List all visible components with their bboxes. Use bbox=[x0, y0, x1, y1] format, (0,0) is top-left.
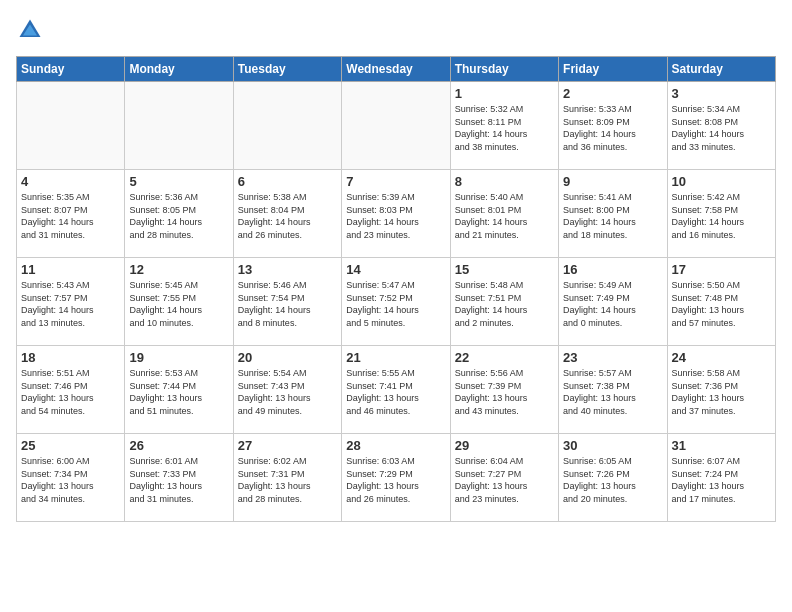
day-number: 15 bbox=[455, 262, 554, 277]
day-number: 31 bbox=[672, 438, 771, 453]
calendar-cell bbox=[233, 82, 341, 170]
week-row-4: 18Sunrise: 5:51 AM Sunset: 7:46 PM Dayli… bbox=[17, 346, 776, 434]
day-info: Sunrise: 5:35 AM Sunset: 8:07 PM Dayligh… bbox=[21, 191, 120, 241]
header-monday: Monday bbox=[125, 57, 233, 82]
day-info: Sunrise: 5:55 AM Sunset: 7:41 PM Dayligh… bbox=[346, 367, 445, 417]
week-row-3: 11Sunrise: 5:43 AM Sunset: 7:57 PM Dayli… bbox=[17, 258, 776, 346]
day-number: 30 bbox=[563, 438, 662, 453]
calendar-cell: 31Sunrise: 6:07 AM Sunset: 7:24 PM Dayli… bbox=[667, 434, 775, 522]
calendar-cell: 30Sunrise: 6:05 AM Sunset: 7:26 PM Dayli… bbox=[559, 434, 667, 522]
calendar-cell: 5Sunrise: 5:36 AM Sunset: 8:05 PM Daylig… bbox=[125, 170, 233, 258]
day-info: Sunrise: 5:53 AM Sunset: 7:44 PM Dayligh… bbox=[129, 367, 228, 417]
day-info: Sunrise: 6:07 AM Sunset: 7:24 PM Dayligh… bbox=[672, 455, 771, 505]
calendar-cell: 7Sunrise: 5:39 AM Sunset: 8:03 PM Daylig… bbox=[342, 170, 450, 258]
day-number: 17 bbox=[672, 262, 771, 277]
day-info: Sunrise: 5:50 AM Sunset: 7:48 PM Dayligh… bbox=[672, 279, 771, 329]
day-number: 16 bbox=[563, 262, 662, 277]
day-number: 28 bbox=[346, 438, 445, 453]
day-info: Sunrise: 5:38 AM Sunset: 8:04 PM Dayligh… bbox=[238, 191, 337, 241]
header-friday: Friday bbox=[559, 57, 667, 82]
day-number: 23 bbox=[563, 350, 662, 365]
calendar-cell: 16Sunrise: 5:49 AM Sunset: 7:49 PM Dayli… bbox=[559, 258, 667, 346]
calendar-cell: 19Sunrise: 5:53 AM Sunset: 7:44 PM Dayli… bbox=[125, 346, 233, 434]
day-info: Sunrise: 5:46 AM Sunset: 7:54 PM Dayligh… bbox=[238, 279, 337, 329]
day-number: 22 bbox=[455, 350, 554, 365]
calendar-cell: 20Sunrise: 5:54 AM Sunset: 7:43 PM Dayli… bbox=[233, 346, 341, 434]
calendar-cell: 6Sunrise: 5:38 AM Sunset: 8:04 PM Daylig… bbox=[233, 170, 341, 258]
day-number: 1 bbox=[455, 86, 554, 101]
calendar-cell bbox=[17, 82, 125, 170]
calendar-cell: 22Sunrise: 5:56 AM Sunset: 7:39 PM Dayli… bbox=[450, 346, 558, 434]
day-number: 7 bbox=[346, 174, 445, 189]
day-number: 14 bbox=[346, 262, 445, 277]
calendar-cell: 8Sunrise: 5:40 AM Sunset: 8:01 PM Daylig… bbox=[450, 170, 558, 258]
day-info: Sunrise: 5:56 AM Sunset: 7:39 PM Dayligh… bbox=[455, 367, 554, 417]
calendar-cell: 27Sunrise: 6:02 AM Sunset: 7:31 PM Dayli… bbox=[233, 434, 341, 522]
day-number: 8 bbox=[455, 174, 554, 189]
day-number: 29 bbox=[455, 438, 554, 453]
day-info: Sunrise: 6:01 AM Sunset: 7:33 PM Dayligh… bbox=[129, 455, 228, 505]
day-number: 2 bbox=[563, 86, 662, 101]
day-info: Sunrise: 5:47 AM Sunset: 7:52 PM Dayligh… bbox=[346, 279, 445, 329]
calendar-cell: 15Sunrise: 5:48 AM Sunset: 7:51 PM Dayli… bbox=[450, 258, 558, 346]
logo-icon bbox=[16, 16, 44, 44]
day-number: 18 bbox=[21, 350, 120, 365]
header-thursday: Thursday bbox=[450, 57, 558, 82]
header-sunday: Sunday bbox=[17, 57, 125, 82]
calendar-cell bbox=[342, 82, 450, 170]
week-row-1: 1Sunrise: 5:32 AM Sunset: 8:11 PM Daylig… bbox=[17, 82, 776, 170]
day-info: Sunrise: 5:39 AM Sunset: 8:03 PM Dayligh… bbox=[346, 191, 445, 241]
day-number: 6 bbox=[238, 174, 337, 189]
calendar-cell: 14Sunrise: 5:47 AM Sunset: 7:52 PM Dayli… bbox=[342, 258, 450, 346]
day-info: Sunrise: 5:57 AM Sunset: 7:38 PM Dayligh… bbox=[563, 367, 662, 417]
week-row-2: 4Sunrise: 5:35 AM Sunset: 8:07 PM Daylig… bbox=[17, 170, 776, 258]
day-number: 13 bbox=[238, 262, 337, 277]
day-number: 9 bbox=[563, 174, 662, 189]
calendar-cell: 17Sunrise: 5:50 AM Sunset: 7:48 PM Dayli… bbox=[667, 258, 775, 346]
day-number: 3 bbox=[672, 86, 771, 101]
calendar-cell: 23Sunrise: 5:57 AM Sunset: 7:38 PM Dayli… bbox=[559, 346, 667, 434]
calendar-cell: 18Sunrise: 5:51 AM Sunset: 7:46 PM Dayli… bbox=[17, 346, 125, 434]
day-info: Sunrise: 5:40 AM Sunset: 8:01 PM Dayligh… bbox=[455, 191, 554, 241]
day-info: Sunrise: 5:51 AM Sunset: 7:46 PM Dayligh… bbox=[21, 367, 120, 417]
calendar-cell: 13Sunrise: 5:46 AM Sunset: 7:54 PM Dayli… bbox=[233, 258, 341, 346]
day-number: 4 bbox=[21, 174, 120, 189]
calendar-cell: 29Sunrise: 6:04 AM Sunset: 7:27 PM Dayli… bbox=[450, 434, 558, 522]
header-saturday: Saturday bbox=[667, 57, 775, 82]
day-info: Sunrise: 5:41 AM Sunset: 8:00 PM Dayligh… bbox=[563, 191, 662, 241]
day-number: 12 bbox=[129, 262, 228, 277]
header-tuesday: Tuesday bbox=[233, 57, 341, 82]
calendar-cell: 28Sunrise: 6:03 AM Sunset: 7:29 PM Dayli… bbox=[342, 434, 450, 522]
day-info: Sunrise: 5:34 AM Sunset: 8:08 PM Dayligh… bbox=[672, 103, 771, 153]
day-info: Sunrise: 5:32 AM Sunset: 8:11 PM Dayligh… bbox=[455, 103, 554, 153]
day-info: Sunrise: 5:48 AM Sunset: 7:51 PM Dayligh… bbox=[455, 279, 554, 329]
day-number: 11 bbox=[21, 262, 120, 277]
day-info: Sunrise: 5:45 AM Sunset: 7:55 PM Dayligh… bbox=[129, 279, 228, 329]
calendar-cell: 9Sunrise: 5:41 AM Sunset: 8:00 PM Daylig… bbox=[559, 170, 667, 258]
calendar-cell: 4Sunrise: 5:35 AM Sunset: 8:07 PM Daylig… bbox=[17, 170, 125, 258]
day-info: Sunrise: 6:05 AM Sunset: 7:26 PM Dayligh… bbox=[563, 455, 662, 505]
day-info: Sunrise: 5:49 AM Sunset: 7:49 PM Dayligh… bbox=[563, 279, 662, 329]
day-info: Sunrise: 6:03 AM Sunset: 7:29 PM Dayligh… bbox=[346, 455, 445, 505]
day-info: Sunrise: 5:42 AM Sunset: 7:58 PM Dayligh… bbox=[672, 191, 771, 241]
calendar-cell bbox=[125, 82, 233, 170]
calendar-cell: 10Sunrise: 5:42 AM Sunset: 7:58 PM Dayli… bbox=[667, 170, 775, 258]
calendar-cell: 3Sunrise: 5:34 AM Sunset: 8:08 PM Daylig… bbox=[667, 82, 775, 170]
day-info: Sunrise: 5:54 AM Sunset: 7:43 PM Dayligh… bbox=[238, 367, 337, 417]
day-info: Sunrise: 6:04 AM Sunset: 7:27 PM Dayligh… bbox=[455, 455, 554, 505]
calendar-cell: 12Sunrise: 5:45 AM Sunset: 7:55 PM Dayli… bbox=[125, 258, 233, 346]
day-info: Sunrise: 6:00 AM Sunset: 7:34 PM Dayligh… bbox=[21, 455, 120, 505]
day-number: 27 bbox=[238, 438, 337, 453]
calendar-cell: 2Sunrise: 5:33 AM Sunset: 8:09 PM Daylig… bbox=[559, 82, 667, 170]
logo bbox=[16, 16, 48, 44]
calendar-cell: 1Sunrise: 5:32 AM Sunset: 8:11 PM Daylig… bbox=[450, 82, 558, 170]
day-info: Sunrise: 5:33 AM Sunset: 8:09 PM Dayligh… bbox=[563, 103, 662, 153]
day-number: 19 bbox=[129, 350, 228, 365]
day-info: Sunrise: 5:58 AM Sunset: 7:36 PM Dayligh… bbox=[672, 367, 771, 417]
calendar-header-row: SundayMondayTuesdayWednesdayThursdayFrid… bbox=[17, 57, 776, 82]
calendar-table: SundayMondayTuesdayWednesdayThursdayFrid… bbox=[16, 56, 776, 522]
header-wednesday: Wednesday bbox=[342, 57, 450, 82]
day-number: 5 bbox=[129, 174, 228, 189]
calendar-cell: 24Sunrise: 5:58 AM Sunset: 7:36 PM Dayli… bbox=[667, 346, 775, 434]
calendar-cell: 21Sunrise: 5:55 AM Sunset: 7:41 PM Dayli… bbox=[342, 346, 450, 434]
